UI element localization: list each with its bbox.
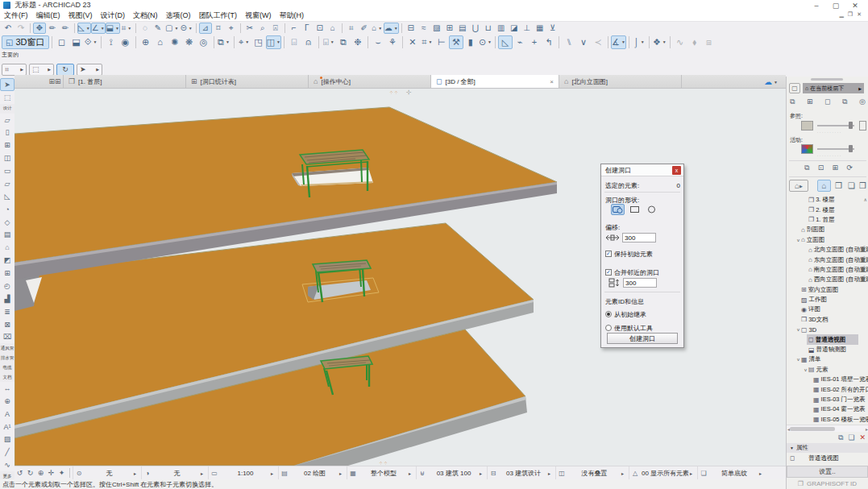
grid3-icon[interactable]: ⌗▼: [420, 35, 434, 49]
mirror-icon[interactable]: ⌑: [212, 23, 225, 34]
waves-icon[interactable]: ≈: [417, 23, 430, 34]
tree-item[interactable]: ❐1. 首层: [787, 215, 868, 225]
teamwork-sync-button[interactable]: ☁▼: [764, 77, 778, 86]
marquee-tool-icon[interactable]: ⬚: [0, 91, 15, 104]
merge-distance-input[interactable]: [623, 278, 657, 288]
active-swatch[interactable]: [801, 144, 813, 154]
mdi-window-controls[interactable]: ▁❐✕: [839, 11, 862, 18]
layer-combo[interactable]: ⊎03 建筑 100▸: [416, 466, 487, 480]
grid-element-tool-icon[interactable]: ⊞: [0, 267, 15, 280]
gem-icon[interactable]: ⬧: [687, 35, 702, 49]
shell-tool-icon[interactable]: ◔: [0, 203, 15, 216]
tree-item[interactable]: ⌂东向立面图 (自动重建): [787, 255, 868, 264]
railing-tool-icon[interactable]: ≣: [0, 305, 15, 318]
zoom-in-icon[interactable]: ⊕: [35, 469, 46, 477]
fill-tool-icon[interactable]: ▨: [0, 433, 15, 446]
overlay-combo[interactable]: ◫没有叠置▸: [555, 466, 629, 480]
tree-item[interactable]: v▢3D: [787, 325, 868, 334]
tree-item[interactable]: ◉详图: [787, 305, 868, 314]
tree-item[interactable]: v⌂立面图: [787, 235, 868, 245]
redo-view-icon[interactable]: ↻: [25, 469, 35, 477]
undo-view-icon[interactable]: ↺: [15, 469, 25, 477]
tab-action-center[interactable]: ⌂[操作中心]: [309, 75, 431, 88]
view-map-icon[interactable]: ❐: [833, 180, 845, 192]
check-icon[interactable]: ⊻: [546, 23, 559, 34]
dup-icon[interactable]: ⧉: [842, 97, 847, 106]
frame-icon[interactable]: ▢▼: [164, 23, 179, 34]
window-tool-icon[interactable]: ⊞: [0, 139, 15, 151]
tree-item[interactable]: ⊞室内立面图: [787, 285, 868, 295]
3d-window-button[interactable]: ◱3D窗口: [2, 35, 49, 49]
settings-button-bottom[interactable]: 设置..: [787, 466, 868, 478]
copy2-icon[interactable]: ⊡: [818, 164, 824, 172]
close-button[interactable]: ✕: [845, 2, 865, 10]
toolbox-group-通风管[interactable]: 通风管: [0, 343, 15, 353]
curtain-wall-tool-icon[interactable]: ▤: [0, 229, 15, 242]
mdi-minimize-button[interactable]: ▁: [839, 11, 843, 18]
tree-scroll-up[interactable]: ∧: [864, 197, 867, 202]
intersect-icon[interactable]: Γ: [301, 23, 314, 34]
angle-sel-icon[interactable]: ∡▼: [611, 35, 626, 49]
door-tool-icon[interactable]: ▯: [0, 126, 15, 139]
arrow-tool-icon[interactable]: ➤: [0, 78, 15, 91]
pen-set-combo[interactable]: ▤02 绘图▸: [278, 466, 347, 480]
shape-circle-button[interactable]: [645, 204, 658, 215]
shape-polygon-button[interactable]: [611, 204, 625, 215]
menu-选项[interactable]: 选项(O): [162, 10, 195, 21]
union-icon[interactable]: ⋃: [469, 23, 482, 34]
menu-编辑[interactable]: 编辑(E): [32, 10, 64, 21]
navigator-mode-button[interactable]: ⌂▶: [789, 180, 808, 192]
rows-icon[interactable]: ▤: [456, 23, 469, 34]
keep-elements-checkbox[interactable]: ✓: [605, 251, 612, 257]
pipe-icon[interactable]: ⌣: [371, 35, 385, 49]
renderer-combo[interactable]: ⊙无▸: [73, 466, 141, 480]
inject-parameters-icon[interactable]: ✏: [46, 23, 59, 34]
menu-视图[interactable]: 视图(V): [64, 10, 97, 21]
menu-视窗[interactable]: 视窗(W): [241, 10, 276, 21]
equipment-tool-icon[interactable]: ⌧: [0, 331, 15, 344]
wave2-icon[interactable]: ∿: [673, 35, 687, 49]
brush-icon[interactable]: ⊔: [482, 23, 495, 34]
redo-icon[interactable]: ↷: [15, 23, 27, 34]
offset-input[interactable]: [622, 233, 656, 242]
roof-tool-icon[interactable]: ◺: [0, 190, 15, 203]
search-icon[interactable]: ⌕: [256, 23, 269, 34]
tab-north-elevation[interactable]: ⌂[北向立面图]: [559, 75, 682, 88]
tree-item[interactable]: ❒3D文档: [787, 315, 868, 325]
scale-combo[interactable]: ▭1:100▸: [208, 466, 278, 480]
plus-icon[interactable]: +: [527, 35, 542, 49]
toolbox-group-文档[interactable]: 文档: [0, 372, 15, 382]
new-item-icon[interactable]: ❏: [848, 433, 854, 441]
move-mode-button[interactable]: ⌗▶: [2, 64, 27, 76]
rotate-icon[interactable]: ⊿: [199, 23, 212, 34]
wave-icon[interactable]: ⌁: [513, 35, 527, 49]
tree-item[interactable]: ❐2. 楼层: [787, 205, 868, 214]
split-icon[interactable]: ✂: [243, 23, 256, 34]
menu-帮助[interactable]: 帮助(H): [276, 10, 309, 21]
marquee-mode-button[interactable]: ⬚▶: [29, 64, 54, 76]
table-icon[interactable]: ▦: [534, 23, 546, 34]
tree-item[interactable]: ▨工作图: [787, 295, 868, 305]
object-tool-icon[interactable]: ◴: [0, 280, 15, 292]
tbar-icon[interactable]: ⊢: [434, 35, 449, 49]
adjust-icon[interactable]: ⍓: [269, 23, 282, 34]
home2-icon[interactable]: ⌂: [153, 35, 168, 49]
tab-3d-all[interactable]: ◻[3D / 全部]×: [431, 75, 559, 88]
undo-icon[interactable]: ↶: [2, 23, 15, 34]
filter3d-icon[interactable]: ⌺: [287, 35, 301, 49]
eye-icon[interactable]: ◎: [197, 35, 211, 49]
line-tool-icon[interactable]: ╱: [0, 445, 15, 458]
target2-icon[interactable]: ⊞: [833, 164, 839, 172]
zoom-icon[interactable]: ⊕: [139, 35, 153, 49]
toolbox-group-设计[interactable]: 设计: [0, 104, 15, 114]
select-mode-button[interactable]: ➤▶: [77, 64, 102, 76]
beam2-icon[interactable]: ⊥: [521, 23, 534, 34]
columns-icon[interactable]: ▥: [495, 23, 508, 34]
hook-icon[interactable]: ⌡▼: [632, 35, 646, 49]
hammer-icon[interactable]: ⚒: [449, 35, 463, 49]
close-x-icon[interactable]: ✕: [405, 35, 420, 49]
smile-icon[interactable]: ◎: [859, 97, 866, 106]
orbit-mode-button[interactable]: ↻: [56, 64, 74, 76]
reference-swatch[interactable]: [801, 121, 813, 131]
pick-up-parameters-icon[interactable]: ✥: [33, 23, 46, 34]
